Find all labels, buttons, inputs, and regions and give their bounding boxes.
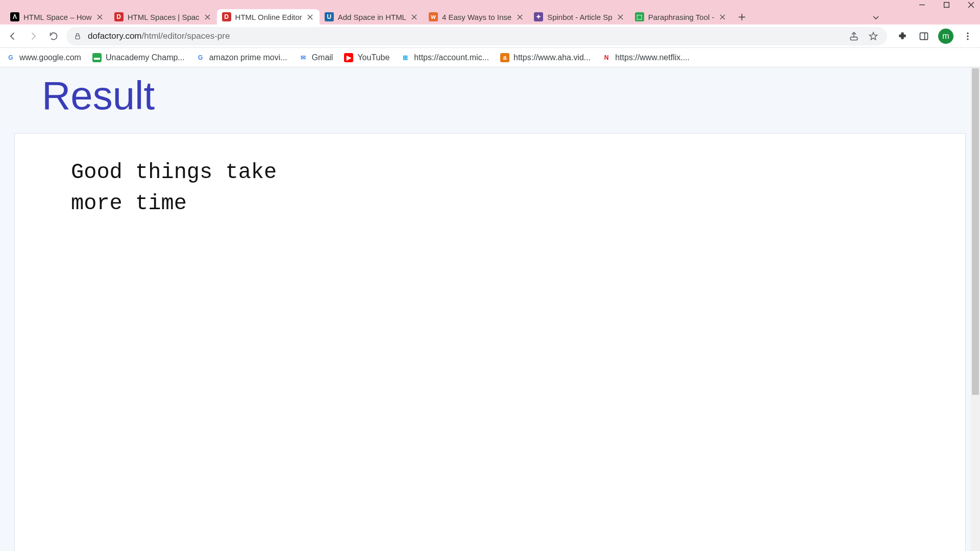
bookmark-favicon-icon: ⊞ xyxy=(401,53,410,62)
browser-tab[interactable]: w4 Easy Ways to Inse xyxy=(424,9,529,24)
tab-close-icon[interactable] xyxy=(516,13,524,21)
tab-label: HTML Online Editor xyxy=(235,13,302,21)
new-tab-button[interactable] xyxy=(734,9,750,24)
result-pane: Good things take more time xyxy=(14,133,966,551)
url-path: /html/editor/spaces-pre xyxy=(142,31,230,41)
tab-favicon-icon: w xyxy=(429,12,438,21)
bookmark-item[interactable]: ▶YouTube xyxy=(344,53,389,62)
tab-label: Add Space in HTML xyxy=(338,13,406,21)
browser-tab[interactable]: UAdd Space in HTML xyxy=(320,9,424,24)
bookmark-item[interactable]: Nhttps://www.netflix.... xyxy=(602,53,690,62)
tab-favicon-icon: D xyxy=(114,12,124,21)
window-maximize-button[interactable] xyxy=(941,0,951,9)
browser-tab[interactable]: ΛHTML Space – How xyxy=(5,9,109,24)
bookmark-label: Unacademy Champ... xyxy=(106,53,185,62)
avatar-letter: m xyxy=(942,32,949,41)
svg-point-27 xyxy=(967,38,968,40)
svg-rect-23 xyxy=(920,33,928,39)
bookmark-favicon-icon: ▶ xyxy=(344,53,353,62)
tab-label: HTML Space – How xyxy=(23,13,92,21)
tab-close-icon[interactable] xyxy=(96,13,104,21)
tab-label: Paraphrasing Tool - xyxy=(648,13,715,21)
tab-label: HTML Spaces | Spac xyxy=(128,13,200,21)
reload-button[interactable] xyxy=(46,29,61,44)
svg-point-26 xyxy=(967,35,968,37)
bookmark-item[interactable]: Gamazon prime movi... xyxy=(196,53,287,62)
toolbar-right-icons: m xyxy=(895,29,975,44)
tab-strip: ΛHTML Space – HowDHTML Spaces | SpacDHTM… xyxy=(0,9,980,24)
bookmark-item[interactable]: ⊞https://account.mic... xyxy=(401,53,489,62)
tab-close-icon[interactable] xyxy=(410,13,419,21)
bookmark-label: www.google.com xyxy=(19,53,81,62)
tab-close-icon[interactable] xyxy=(204,13,212,21)
tab-search-button[interactable] xyxy=(869,10,883,24)
svg-marker-22 xyxy=(870,32,877,39)
bookmark-label: https://www.netflix.... xyxy=(615,53,690,62)
bookmark-item[interactable]: Gwww.google.com xyxy=(6,53,81,62)
tab-favicon-icon: U xyxy=(325,12,334,21)
bookmark-label: amazon prime movi... xyxy=(209,53,287,62)
tab-label: 4 Easy Ways to Inse xyxy=(442,13,511,21)
lock-icon xyxy=(74,32,82,40)
window-titlebar xyxy=(0,0,980,9)
tab-favicon-icon: D xyxy=(222,12,231,21)
browser-tab[interactable]: DHTML Spaces | Spac xyxy=(109,9,217,24)
tab-favicon-icon: Λ xyxy=(10,12,19,21)
bookmark-label: Gmail xyxy=(312,53,333,62)
browser-tab[interactable]: ✦Spinbot - Article Sp xyxy=(529,9,630,24)
forward-button[interactable] xyxy=(26,29,41,44)
bookmark-favicon-icon: a xyxy=(500,53,509,62)
bookmark-favicon-icon: ▬ xyxy=(92,53,102,62)
page-viewport: Result Good things take more time xyxy=(0,67,980,551)
bookmark-label: https://account.mic... xyxy=(414,53,489,62)
bookmark-item[interactable]: ✉Gmail xyxy=(299,53,333,62)
extensions-icon[interactable] xyxy=(895,29,910,43)
bookmarks-bar: Gwww.google.com▬Unacademy Champ...Gamazo… xyxy=(0,48,980,67)
svg-rect-20 xyxy=(76,36,80,39)
tab-close-icon[interactable] xyxy=(306,13,314,21)
url-text: dofactory.com/html/editor/spaces-pre xyxy=(88,31,841,41)
kebab-menu-icon[interactable] xyxy=(961,29,975,43)
address-bar[interactable]: dofactory.com/html/editor/spaces-pre xyxy=(66,27,887,45)
tab-label: Spinbot - Article Sp xyxy=(547,13,612,21)
browser-toolbar: dofactory.com/html/editor/spaces-pre m xyxy=(0,24,980,48)
window-close-button[interactable] xyxy=(966,0,976,9)
tab-close-icon[interactable] xyxy=(719,13,727,21)
bookmark-item[interactable]: ▬Unacademy Champ... xyxy=(92,53,185,62)
tab-favicon-icon: ⬚ xyxy=(635,12,644,21)
preformatted-text: Good things take more time xyxy=(71,157,909,219)
bookmark-favicon-icon: G xyxy=(196,53,205,62)
back-button[interactable] xyxy=(5,29,20,44)
tab-close-icon[interactable] xyxy=(617,13,625,21)
browser-tab[interactable]: DHTML Online Editor xyxy=(217,9,320,24)
svg-point-25 xyxy=(967,32,968,34)
bookmark-label: YouTube xyxy=(357,53,389,62)
result-heading: Result xyxy=(0,67,980,133)
svg-rect-1 xyxy=(944,2,949,7)
bookmark-favicon-icon: G xyxy=(6,53,15,62)
window-minimize-button[interactable] xyxy=(917,0,927,9)
bookmark-star-icon[interactable] xyxy=(867,30,880,43)
bookmark-favicon-icon: ✉ xyxy=(299,53,308,62)
bookmark-favicon-icon: N xyxy=(602,53,611,62)
bookmark-item[interactable]: ahttps://www.aha.vid... xyxy=(500,53,591,62)
scrollbar-thumb[interactable] xyxy=(972,68,979,395)
url-domain: dofactory.com xyxy=(88,31,142,41)
browser-tab[interactable]: ⬚Paraphrasing Tool - xyxy=(630,9,732,24)
profile-avatar[interactable]: m xyxy=(938,29,953,44)
sidepanel-icon[interactable] xyxy=(917,29,931,43)
bookmark-label: https://www.aha.vid... xyxy=(513,53,591,62)
svg-rect-21 xyxy=(850,37,857,40)
share-icon[interactable] xyxy=(847,30,861,43)
tab-favicon-icon: ✦ xyxy=(534,12,543,21)
